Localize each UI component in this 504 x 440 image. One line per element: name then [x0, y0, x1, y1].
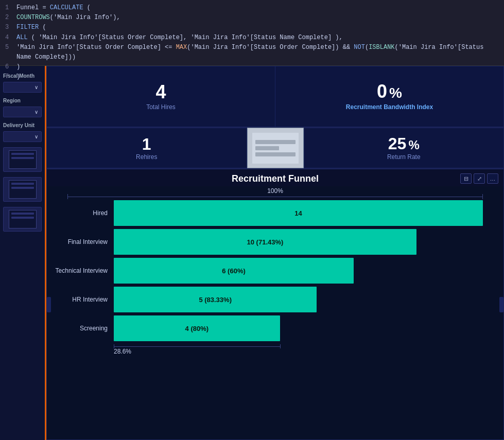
metrics-row-2: 1 Rehires 25 % Return Rate [46, 128, 504, 169]
rehires-value: 1 [142, 136, 151, 152]
fiscal-month-dropdown[interactable]: ∨ [3, 82, 42, 93]
code-line-6: 6 ) [5, 62, 499, 72]
funnel-label-screening: Screening [52, 325, 114, 332]
total-hires-value: 4 [155, 83, 166, 101]
funnel-top-scale-line [67, 197, 483, 197]
return-rate-label: Return Rate [387, 153, 421, 161]
funnel-bar-screening: 4 (80%) [114, 315, 280, 341]
total-hires-label: Total Hires [146, 103, 176, 111]
funnel-pct-bottom: 28.6% [47, 348, 503, 355]
funnel-label-hr-interview: HR Interview [52, 296, 114, 303]
funnel-bar-hired-value: 14 [294, 209, 302, 217]
rbi-value: 0 [377, 82, 387, 101]
funnel-bar-hr-interview-value: 5 (83.33%) [199, 296, 232, 304]
code-line-4: 4 ALL ( 'Main Jira Info'[Status Order Co… [5, 33, 499, 43]
sidebar: Fiscal Month ∨ Region ∨ Delivery Unit ∨ [0, 66, 46, 440]
delivery-unit-dropdown[interactable]: ∨ [3, 131, 42, 142]
funnel-expand-button[interactable]: ⤢ [474, 173, 485, 184]
funnel-bar-final-interview-value: 10 (71.43%) [247, 238, 284, 246]
return-rate-pct: % [408, 138, 419, 152]
funnel-row-screening: Screening 4 (80%) [52, 315, 483, 341]
rbi-pct: % [389, 85, 402, 101]
code-line-5: 5 'Main Jira Info'[Status Order Complete… [5, 43, 499, 62]
line-number: 1 [5, 3, 12, 13]
delivery-unit-label: Delivery Unit [3, 122, 42, 128]
sidebar-card-2 [3, 177, 42, 202]
funnel-label-technical-interview: Technical Interview [52, 267, 114, 274]
funnel-title: Recruitment Funnel [232, 173, 319, 184]
funnel-chart: Recruitment Funnel ⊟ ⤢ … 100% Hired 14 [46, 169, 504, 440]
funnel-bar-hired: 14 [114, 200, 483, 226]
region-label: Region [3, 98, 42, 103]
funnel-bar-screening-value: 4 (80%) [185, 325, 209, 332]
funnel-label-final-interview: Final Interview [52, 238, 114, 245]
resize-handle-right[interactable] [499, 297, 503, 312]
code-line-7: 7 ) [5, 72, 499, 82]
rehires-card: 1 Rehires [46, 128, 247, 168]
funnel-title-bar: Recruitment Funnel ⊟ ⤢ … [47, 169, 503, 186]
funnel-bottom-scale [114, 346, 483, 347]
resize-handle-left[interactable] [47, 297, 51, 312]
code-line-1: 1 Funnel = CALCULATE ( [5, 3, 499, 13]
region-dropdown[interactable]: ∨ [3, 107, 42, 117]
funnel-bar-final-interview: 10 (71.43%) [114, 229, 416, 255]
funnel-row-hr-interview: HR Interview 5 (83.33%) [52, 287, 483, 312]
funnel-row-final-interview: Final Interview 10 (71.43%) [52, 229, 483, 255]
funnel-bar-hr-interview: 5 (83.33%) [114, 287, 317, 312]
return-rate-card: 25 % Return Rate [304, 128, 505, 168]
funnel-label-hired: Hired [52, 209, 114, 217]
code-editor: 1 Funnel = CALCULATE ( 2 COUNTROWS('Main… [0, 0, 504, 66]
funnel-row-hired: Hired 14 [52, 200, 483, 226]
funnel-bar-technical-interview: 6 (60%) [114, 258, 354, 284]
funnel-filter-button[interactable]: ⊟ [460, 173, 472, 184]
funnel-bars: Hired 14 Final Interview 10 (71.43%) [47, 198, 503, 345]
rbi-label: Recruitment Bandwidth Index [346, 103, 433, 111]
thumbnail-card [247, 128, 304, 168]
funnel-pct-top: 100% [47, 186, 503, 196]
rehires-label: Rehires [136, 153, 157, 161]
sidebar-card-3 [3, 207, 42, 232]
funnel-more-button[interactable]: … [487, 173, 498, 184]
code-line-2: 2 COUNTROWS('Main Jira Info'), [5, 13, 499, 23]
code-line-3: 3 FILTER ( [5, 23, 499, 32]
funnel-row-technical-interview: Technical Interview 6 (60%) [52, 258, 483, 284]
sidebar-card-1 [3, 147, 42, 172]
return-rate-value: 25 [388, 135, 407, 152]
funnel-controls: ⊟ ⤢ … [460, 173, 498, 184]
main-content: 4 Total Hires 0 % Recruitment Bandwidth … [46, 66, 504, 440]
funnel-bar-technical-interview-value: 6 (60%) [222, 267, 246, 275]
